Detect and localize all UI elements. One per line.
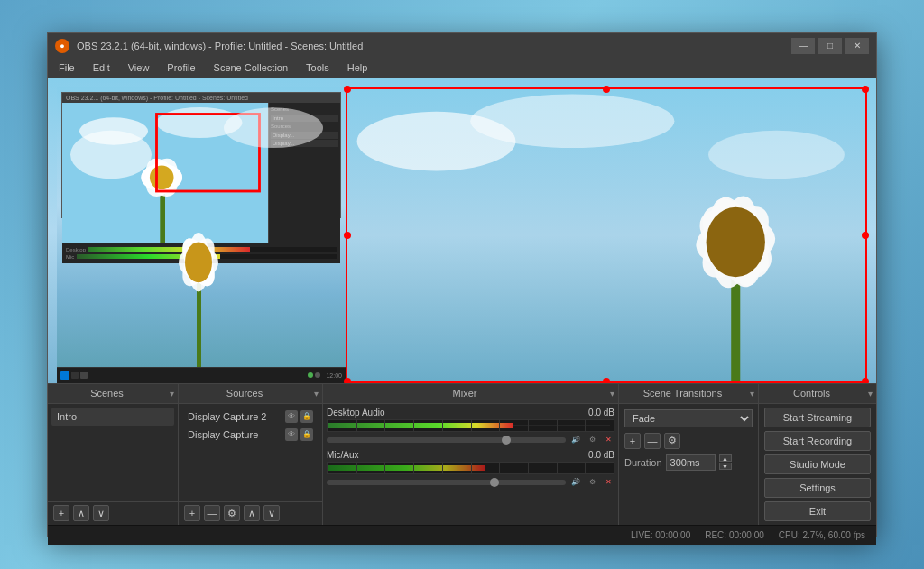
right-panel-flower-svg bbox=[346, 87, 867, 383]
exit-btn[interactable]: Exit bbox=[764, 501, 871, 521]
obs-window: ● OBS 23.2.1 (64-bit, windows) - Profile… bbox=[47, 32, 877, 537]
preview-left: OBS 23.2.1 (64-bit, windows) - Profile: … bbox=[57, 87, 346, 383]
maximize-button[interactable]: □ bbox=[818, 38, 842, 54]
mixer-desktop-x-btn[interactable]: ✕ bbox=[602, 434, 614, 446]
mixer-track-mic: Mic/Aux 0.0 dB bbox=[327, 450, 614, 489]
sources-panel: Sources ▾ Display Capture 2 👁 🔒 Display … bbox=[179, 384, 323, 525]
svg-point-8 bbox=[150, 165, 174, 189]
start-recording-btn[interactable]: Start Recording bbox=[764, 431, 871, 451]
preview-canvas[interactable]: OBS 23.2.1 (64-bit, windows) - Profile: … bbox=[48, 78, 876, 383]
source-item-display-capture[interactable]: Display Capture 👁 🔒 bbox=[182, 426, 319, 444]
transitions-panel: Scene Transitions ▾ Fade + — ⚙ Duration bbox=[619, 384, 759, 525]
menu-tools[interactable]: Tools bbox=[302, 60, 333, 75]
scenes-content: Intro bbox=[48, 404, 178, 501]
mixer-header-btn[interactable]: ▾ bbox=[606, 389, 618, 399]
mixer-title: Mixer bbox=[323, 388, 606, 399]
sources-add-btn[interactable]: + bbox=[184, 505, 200, 521]
preview-right[interactable] bbox=[346, 87, 867, 383]
mixer-desktop-fader-thumb[interactable] bbox=[502, 436, 511, 445]
window-controls: — □ ✕ bbox=[791, 38, 869, 54]
bottom-panels: Scenes ▾ Intro + ∧ ∨ Sources ▾ bbox=[48, 383, 876, 537]
transitions-title: Scene Transitions bbox=[619, 388, 746, 399]
preview-inner-right-panel: Scenes Intro Sources Display... Display.… bbox=[268, 103, 340, 243]
menu-help[interactable]: Help bbox=[344, 60, 372, 75]
scenes-header-btn[interactable]: ▾ bbox=[166, 389, 178, 399]
mixer-mic-x-btn[interactable]: ✕ bbox=[602, 476, 614, 489]
transitions-remove-btn[interactable]: — bbox=[644, 433, 661, 449]
sources-remove-btn[interactable]: — bbox=[204, 505, 220, 521]
mixer-track-desktop: Desktop Audio 0.0 dB bbox=[327, 408, 614, 446]
mixer-desktop-settings-btn[interactable]: ⚙ bbox=[586, 434, 598, 446]
duration-row: Duration ▲ ▼ bbox=[624, 454, 753, 471]
controls-panel: Controls ▾ Start Streaming Start Recordi… bbox=[759, 384, 876, 525]
mixer-panel: Mixer ▾ Desktop Audio 0.0 dB bbox=[323, 384, 619, 525]
mixer-desktop-header: Desktop Audio 0.0 dB bbox=[327, 408, 614, 418]
controls-title: Controls bbox=[759, 388, 864, 399]
source-lock-icon-1[interactable]: 🔒 bbox=[300, 410, 313, 423]
preview-inner-preview bbox=[62, 103, 268, 243]
menu-profile[interactable]: Profile bbox=[163, 60, 199, 75]
scene-item-intro[interactable]: Intro bbox=[51, 408, 174, 426]
transitions-add-btn[interactable]: + bbox=[624, 433, 641, 449]
controls-header-btn[interactable]: ▾ bbox=[864, 389, 876, 399]
sources-footer: + — ⚙ ∧ ∨ bbox=[179, 501, 322, 525]
mixer-desktop-fader[interactable] bbox=[327, 437, 566, 443]
status-bar: LIVE: 00:00:00 REC: 00:00:00 CPU: 2.7%, … bbox=[48, 525, 876, 545]
mixer-mic-fader-thumb[interactable] bbox=[490, 478, 499, 487]
scenes-title: Scenes bbox=[48, 388, 166, 399]
menu-scene-collection[interactable]: Scene Collection bbox=[210, 60, 292, 75]
source-icons-1: 👁 🔒 bbox=[285, 410, 313, 423]
transition-select[interactable]: Fade bbox=[624, 409, 753, 427]
mixer-desktop-footer: 🔊 ⚙ ✕ bbox=[327, 434, 614, 446]
scenes-up-btn[interactable]: ∧ bbox=[73, 505, 89, 521]
svg-point-21 bbox=[470, 94, 674, 148]
mixer-mic-fill bbox=[328, 465, 485, 471]
sources-header: Sources ▾ bbox=[179, 384, 322, 404]
source-lock-icon-2[interactable]: 🔒 bbox=[300, 428, 313, 441]
menu-view[interactable]: View bbox=[125, 60, 153, 75]
source-eye-icon-1[interactable]: 👁 bbox=[285, 410, 298, 423]
svg-point-31 bbox=[707, 206, 765, 277]
start-streaming-btn[interactable]: Start Streaming bbox=[764, 408, 871, 427]
status-rec: REC: 00:00:00 bbox=[705, 530, 764, 540]
scenes-down-btn[interactable]: ∨ bbox=[93, 505, 109, 521]
sources-title: Sources bbox=[179, 388, 310, 399]
menu-bar: File Edit View Profile Scene Collection … bbox=[48, 59, 876, 78]
menu-file[interactable]: File bbox=[55, 60, 79, 75]
sources-header-btn[interactable]: ▾ bbox=[310, 389, 322, 399]
mixer-desktop-mute-btn[interactable]: 🔊 bbox=[569, 434, 582, 446]
svg-point-2 bbox=[157, 106, 243, 137]
source-icons-2: 👁 🔒 bbox=[285, 428, 313, 441]
title-bar: ● OBS 23.2.1 (64-bit, windows) - Profile… bbox=[48, 33, 876, 59]
preview-inner-bottom: Desktop Mic bbox=[62, 243, 340, 263]
duration-input[interactable] bbox=[666, 454, 716, 471]
panels-row: Scenes ▾ Intro + ∧ ∨ Sources ▾ bbox=[48, 384, 876, 525]
source-item-display-capture-2[interactable]: Display Capture 2 👁 🔒 bbox=[182, 408, 319, 426]
transitions-settings-btn[interactable]: ⚙ bbox=[664, 433, 680, 449]
studio-mode-btn[interactable]: Studio Mode bbox=[764, 454, 871, 474]
duration-down-btn[interactable]: ▼ bbox=[719, 463, 732, 470]
sources-up-btn[interactable]: ∧ bbox=[244, 505, 260, 521]
transitions-header: Scene Transitions ▾ bbox=[619, 384, 758, 404]
preview-left-taskbar: 12:00 bbox=[57, 367, 346, 383]
svg-point-1 bbox=[79, 117, 148, 144]
preview-area: OBS 23.2.1 (64-bit, windows) - Profile: … bbox=[48, 78, 876, 383]
duration-up-btn[interactable]: ▲ bbox=[719, 454, 732, 462]
close-button[interactable]: ✕ bbox=[845, 38, 869, 54]
scenes-footer: + ∧ ∨ bbox=[48, 501, 178, 525]
mixer-mic-fader[interactable] bbox=[327, 480, 566, 485]
sources-down-btn[interactable]: ∨ bbox=[263, 505, 280, 521]
mixer-desktop-db: 0.0 dB bbox=[588, 408, 614, 418]
settings-btn[interactable]: Settings bbox=[764, 478, 871, 498]
menu-edit[interactable]: Edit bbox=[89, 60, 114, 75]
svg-point-22 bbox=[708, 130, 845, 179]
mixer-mic-mute-btn[interactable]: 🔊 bbox=[569, 476, 582, 489]
mixer-header: Mixer ▾ bbox=[323, 384, 618, 404]
minimize-button[interactable]: — bbox=[791, 38, 815, 54]
mixer-mic-settings-btn[interactable]: ⚙ bbox=[586, 476, 598, 489]
preview-inner-window: OBS 23.2.1 (64-bit, windows) - Profile: … bbox=[61, 92, 341, 218]
source-eye-icon-2[interactable]: 👁 bbox=[285, 428, 298, 441]
transitions-header-btn[interactable]: ▾ bbox=[746, 389, 758, 399]
scenes-add-btn[interactable]: + bbox=[53, 505, 69, 521]
sources-settings-btn[interactable]: ⚙ bbox=[224, 505, 240, 521]
